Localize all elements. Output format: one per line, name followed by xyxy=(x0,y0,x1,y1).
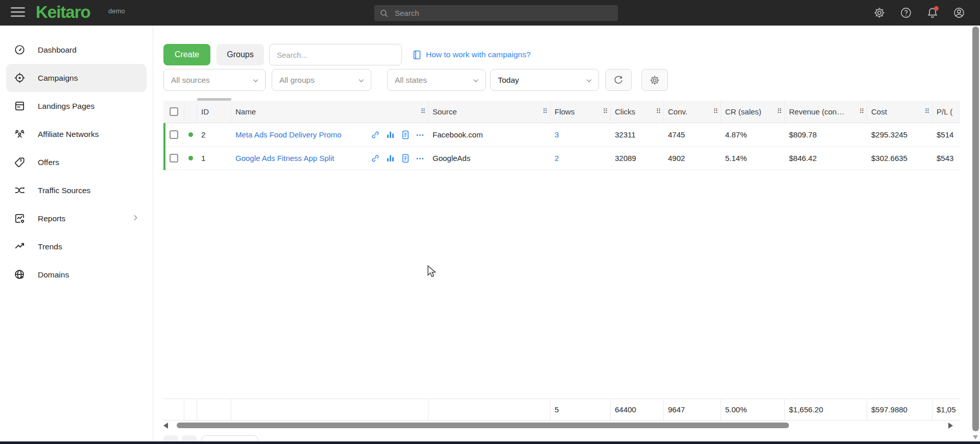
help-icon[interactable] xyxy=(899,6,913,19)
sidebar-label: Campaigns xyxy=(38,74,78,83)
row-checkbox[interactable] xyxy=(170,154,178,162)
campaign-name-link[interactable]: Google Ads Fitness App Split xyxy=(235,154,334,162)
scroll-down-arrow[interactable] xyxy=(973,435,978,439)
target-icon xyxy=(13,72,26,84)
vertical-scrollbar-thumb[interactable] xyxy=(972,27,979,431)
hamburger-menu-icon[interactable] xyxy=(11,7,25,18)
settings-gear-icon[interactable] xyxy=(873,6,886,19)
row-revenue: $809.78 xyxy=(785,123,867,146)
campaign-stats-icon[interactable] xyxy=(386,154,395,162)
column-drag-indicator xyxy=(197,98,231,101)
rows-status-accent xyxy=(163,123,165,170)
groups-filter-dropdown[interactable]: All groups xyxy=(272,69,371,91)
notification-badge xyxy=(934,6,939,11)
row-clicks: 32311 xyxy=(611,123,664,146)
svg-text:$: $ xyxy=(20,158,22,162)
campaign-report-icon[interactable] xyxy=(401,130,410,139)
notifications-bell-icon[interactable] xyxy=(926,6,939,19)
groups-button[interactable]: Groups xyxy=(217,44,264,65)
row-cr-sales: 5.14% xyxy=(721,147,785,170)
refresh-button[interactable] xyxy=(605,69,632,91)
user-avatar-icon[interactable] xyxy=(952,6,966,19)
campaign-search-input[interactable] xyxy=(270,51,401,59)
sidebar-item-landings-pages[interactable]: Landings Pages xyxy=(6,92,147,120)
column-header-clicks[interactable]: Clicks⠿ xyxy=(611,101,664,123)
header-status xyxy=(184,101,197,123)
keitaro-app-window: Keitaro demo xyxy=(0,0,980,444)
status-dot xyxy=(188,156,193,160)
drag-handle-icon[interactable]: ⠿ xyxy=(420,107,425,115)
column-header-source[interactable]: Source⠿ xyxy=(428,101,551,123)
sidebar-label: Dashboard xyxy=(38,45,77,55)
row-cost: $302.6635 xyxy=(867,147,933,170)
how-to-link-label: How to work with campaigns? xyxy=(426,50,531,59)
row-menu-icon[interactable]: ••• xyxy=(416,155,424,161)
demo-badge: demo xyxy=(108,7,125,15)
campaign-search xyxy=(269,44,402,65)
row-cost: $295.3245 xyxy=(867,123,933,146)
global-search[interactable] xyxy=(374,5,618,21)
scroll-right-arrow[interactable] xyxy=(948,423,953,429)
horizontal-scrollbar xyxy=(163,422,960,429)
row-id: 2 xyxy=(197,123,231,146)
column-header-cost[interactable]: Cost⠿ xyxy=(867,101,933,123)
sidebar-item-affiliate-networks[interactable]: Affiliate Networks xyxy=(6,120,147,148)
column-header-revenue[interactable]: Revenue (con…⠿ xyxy=(785,101,867,123)
select-all-checkbox[interactable] xyxy=(170,107,178,116)
column-header-flows[interactable]: Flows⠿ xyxy=(551,101,611,123)
sidebar-label: Offers xyxy=(38,158,59,167)
sidebar-item-reports[interactable]: Reports xyxy=(6,204,147,232)
sidebar-item-dashboard[interactable]: Dashboard xyxy=(6,36,147,64)
sidebar-item-traffic-sources[interactable]: Traffic Sources xyxy=(6,176,147,204)
totals-revenue: $1,656.20 xyxy=(785,399,867,420)
keitaro-logo[interactable]: Keitaro xyxy=(36,3,90,22)
flows-link[interactable]: 3 xyxy=(555,130,559,139)
drag-handle-icon[interactable]: ⠿ xyxy=(859,107,864,115)
campaign-name-link[interactable]: Meta Ads Food Delivery Promo xyxy=(235,130,342,139)
global-search-input[interactable] xyxy=(395,9,613,17)
drag-handle-icon[interactable]: ⠿ xyxy=(924,107,929,115)
row-cr-sales: 4.87% xyxy=(721,123,785,146)
row-checkbox[interactable] xyxy=(170,130,178,139)
totals-conv: 9647 xyxy=(664,399,721,420)
table-settings-button[interactable] xyxy=(641,69,668,91)
column-header-pl[interactable]: P/L ( xyxy=(933,101,960,123)
flows-link[interactable]: 2 xyxy=(555,154,559,162)
report-chart-icon xyxy=(13,213,26,225)
column-header-conv[interactable]: Conv.⠿ xyxy=(664,101,721,123)
row-source: Facebook.com xyxy=(428,123,551,146)
drag-handle-icon[interactable]: ⠿ xyxy=(542,107,547,115)
chevron-right-icon xyxy=(131,214,139,224)
sidebar-label: Traffic Sources xyxy=(38,186,90,195)
gear-icon xyxy=(649,75,660,86)
sidebar-item-domains[interactable]: Domains xyxy=(6,261,147,289)
drag-handle-icon[interactable]: ⠿ xyxy=(777,107,782,115)
drag-handle-icon[interactable]: ⠿ xyxy=(713,107,718,115)
horizontal-scrollbar-thumb[interactable] xyxy=(177,423,789,428)
campaign-report-icon[interactable] xyxy=(401,154,410,163)
how-to-link[interactable]: How to work with campaigns? xyxy=(413,44,531,65)
column-header-cr-sales[interactable]: CR (sales)⠿ xyxy=(721,101,785,123)
campaign-link-icon[interactable] xyxy=(371,130,379,139)
drag-handle-icon[interactable]: ⠿ xyxy=(656,107,661,115)
column-header-id[interactable]: ID xyxy=(197,101,231,123)
date-range-dropdown[interactable]: Today xyxy=(490,69,599,91)
sidebar-label: Landings Pages xyxy=(38,102,94,111)
drag-handle-icon[interactable]: ⠿ xyxy=(603,107,608,115)
states-filter-value: All states xyxy=(395,76,427,85)
sidebar-item-trends[interactable]: Trends xyxy=(6,232,147,261)
column-header-name[interactable]: Name⠿ xyxy=(231,101,428,123)
campaign-stats-icon[interactable] xyxy=(386,130,395,139)
scroll-left-arrow[interactable] xyxy=(163,423,168,429)
row-menu-icon[interactable]: ••• xyxy=(416,132,424,138)
sources-filter-dropdown[interactable]: All sources xyxy=(163,69,266,91)
states-filter-dropdown[interactable]: All states xyxy=(387,69,486,91)
row-actions: ••• xyxy=(371,154,428,163)
chevron-down-icon xyxy=(585,77,593,86)
campaigns-table: ID Name⠿ Source⠿ Flows⠿ Clicks⠿ Conv.⠿ C… xyxy=(163,98,960,170)
campaign-link-icon[interactable] xyxy=(371,154,379,162)
sidebar-item-campaigns[interactable]: Campaigns xyxy=(6,64,147,92)
sidebar-item-offers[interactable]: $ Offers xyxy=(6,148,147,176)
table-row: 2 Meta Ads Food Delivery Promo ••• Faceb… xyxy=(163,123,960,147)
create-button[interactable]: Create xyxy=(163,44,210,65)
